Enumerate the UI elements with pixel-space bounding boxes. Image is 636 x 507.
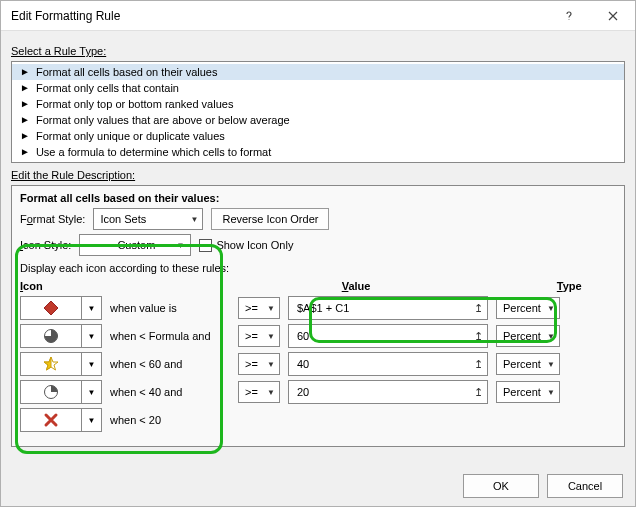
chevron-down-icon: ▼ xyxy=(267,332,275,341)
chevron-down-icon: ▼ xyxy=(267,388,275,397)
bullet-icon: ► xyxy=(20,67,30,77)
bullet-icon: ► xyxy=(20,99,30,109)
operator-combo[interactable]: >=▼ xyxy=(238,353,280,375)
show-icon-only-checkbox[interactable]: Show Icon Only xyxy=(199,239,293,252)
type-combo[interactable]: Percent▼ xyxy=(496,325,560,347)
chevron-down-icon: ▼ xyxy=(88,304,96,313)
rule-type-item[interactable]: ► Use a formula to determine which cells… xyxy=(12,144,624,160)
chevron-down-icon: ▼ xyxy=(88,332,96,341)
show-icon-only-label: Show Icon Only xyxy=(216,239,293,251)
star-half-icon xyxy=(21,352,81,376)
dialog-title: Edit Formatting Rule xyxy=(11,9,120,23)
rule-type-label: Format only cells that contain xyxy=(36,82,179,94)
rules-column-headers: Icon Value Type xyxy=(20,280,616,292)
format-style-value: Icon Sets xyxy=(100,213,146,225)
dialog-footer: OK Cancel xyxy=(463,474,623,498)
reverse-icon-order-button[interactable]: Reverse Icon Order xyxy=(211,208,329,230)
range-selector-icon[interactable]: ↥ xyxy=(474,358,483,371)
icon-picker[interactable]: ▼ xyxy=(20,380,102,404)
dialog-body: Select a Rule Type: ► Format all cells b… xyxy=(1,31,635,457)
svg-marker-0 xyxy=(44,301,58,315)
icon-picker[interactable]: ▼ xyxy=(20,324,102,348)
chevron-down-icon: ▼ xyxy=(267,304,275,313)
value-input[interactable]: ↥ xyxy=(288,380,488,404)
pie-quarter-icon xyxy=(21,380,81,404)
icon-rule-row: ▼ when < 20 xyxy=(20,408,616,432)
bullet-icon: ► xyxy=(20,83,30,93)
icon-style-combo[interactable]: Custom ▼ xyxy=(79,234,191,256)
rule-condition-text: when < 20 xyxy=(110,414,230,426)
operator-combo[interactable]: >=▼ xyxy=(238,381,280,403)
value-input[interactable]: ↥ xyxy=(288,352,488,376)
bullet-icon: ► xyxy=(20,115,30,125)
chevron-down-icon: ▼ xyxy=(88,388,96,397)
type-combo[interactable]: Percent▼ xyxy=(496,353,560,375)
icon-style-label: Icon Style: xyxy=(20,239,71,251)
rule-type-item[interactable]: ► Format only values that are above or b… xyxy=(12,112,624,128)
chevron-down-icon: ▼ xyxy=(88,360,96,369)
icon-picker[interactable]: ▼ xyxy=(20,408,102,432)
format-style-combo[interactable]: Icon Sets ▼ xyxy=(93,208,203,230)
rule-type-label: Format only top or bottom ranked values xyxy=(36,98,233,110)
chevron-down-icon: ▼ xyxy=(547,360,555,369)
icon-picker[interactable]: ▼ xyxy=(20,352,102,376)
desc-heading: Format all cells based on their values: xyxy=(20,192,616,204)
format-style-label: Format Style: xyxy=(20,213,85,225)
diamond-red-icon xyxy=(21,296,81,320)
type-combo[interactable]: Percent▼ xyxy=(496,381,560,403)
icon-style-value: Custom xyxy=(117,239,155,251)
select-rule-type-label: Select a Rule Type: xyxy=(11,45,625,57)
rule-type-item[interactable]: ► Format all cells based on their values xyxy=(12,64,624,80)
range-selector-icon[interactable]: ↥ xyxy=(474,302,483,315)
value-field[interactable] xyxy=(295,329,455,343)
rule-condition-text: when < 40 and xyxy=(110,386,230,398)
cancel-button[interactable]: Cancel xyxy=(547,474,623,498)
icon-rule-row: ▼ when < Formula and >=▼ ↥ Percent▼ xyxy=(20,324,616,348)
chevron-down-icon: ▼ xyxy=(88,416,96,425)
rule-type-label: Format only values that are above or bel… xyxy=(36,114,290,126)
type-combo[interactable]: Percent▼ xyxy=(496,297,560,319)
icon-rule-row: ▼ when value is >=▼ ↥ Percent▼ xyxy=(20,296,616,320)
chevron-down-icon: ▼ xyxy=(547,332,555,341)
titlebar: Edit Formatting Rule xyxy=(1,1,635,31)
dialog-window: Edit Formatting Rule Select a Rule Type:… xyxy=(0,0,636,507)
icon-rule-row: ▼ when < 40 and >=▼ ↥ Percent▼ xyxy=(20,380,616,404)
range-selector-icon[interactable]: ↥ xyxy=(474,386,483,399)
icon-rule-row: ▼ when < 60 and >=▼ ↥ Percent▼ xyxy=(20,352,616,376)
value-field[interactable] xyxy=(295,385,455,399)
display-rules-label: Display each icon according to these rul… xyxy=(20,262,616,274)
value-input[interactable]: ↥ xyxy=(288,324,488,348)
rule-condition-text: when value is xyxy=(110,302,230,314)
operator-combo[interactable]: >=▼ xyxy=(238,325,280,347)
value-input[interactable]: ↥ xyxy=(288,296,488,320)
cross-red-icon xyxy=(21,408,81,432)
close-button[interactable] xyxy=(591,1,635,31)
bullet-icon: ► xyxy=(20,147,30,157)
operator-combo[interactable]: >=▼ xyxy=(238,297,280,319)
chevron-down-icon: ▼ xyxy=(547,388,555,397)
rule-type-item[interactable]: ► Format only top or bottom ranked value… xyxy=(12,96,624,112)
rule-type-item[interactable]: ► Format only unique or duplicate values xyxy=(12,128,624,144)
icon-style-row: Icon Style: Custom ▼ Show Icon Only xyxy=(20,234,616,256)
range-selector-icon[interactable]: ↥ xyxy=(474,330,483,343)
rule-type-label: Format only unique or duplicate values xyxy=(36,130,225,142)
value-field[interactable] xyxy=(295,357,455,371)
icon-rules-grid: Icon Value Type ▼ when value is > xyxy=(20,280,616,432)
edit-rule-desc-label: Edit the Rule Description: xyxy=(11,169,625,181)
rule-description-panel: Format all cells based on their values: … xyxy=(11,185,625,447)
value-field[interactable] xyxy=(295,301,455,315)
chevron-down-icon: ▼ xyxy=(267,360,275,369)
rule-type-list[interactable]: ► Format all cells based on their values… xyxy=(11,61,625,163)
rule-condition-text: when < 60 and xyxy=(110,358,230,370)
rule-type-label: Use a formula to determine which cells t… xyxy=(36,146,271,158)
help-button[interactable] xyxy=(547,1,591,31)
header-icon: con xyxy=(23,280,43,292)
titlebar-buttons xyxy=(547,1,635,31)
icon-picker[interactable]: ▼ xyxy=(20,296,102,320)
pie-three-quarter-icon xyxy=(21,324,81,348)
chevron-down-icon: ▼ xyxy=(547,304,555,313)
rule-condition-text: when < Formula and xyxy=(110,330,230,342)
rule-type-label: Format all cells based on their values xyxy=(36,66,218,78)
ok-button[interactable]: OK xyxy=(463,474,539,498)
rule-type-item[interactable]: ► Format only cells that contain xyxy=(12,80,624,96)
